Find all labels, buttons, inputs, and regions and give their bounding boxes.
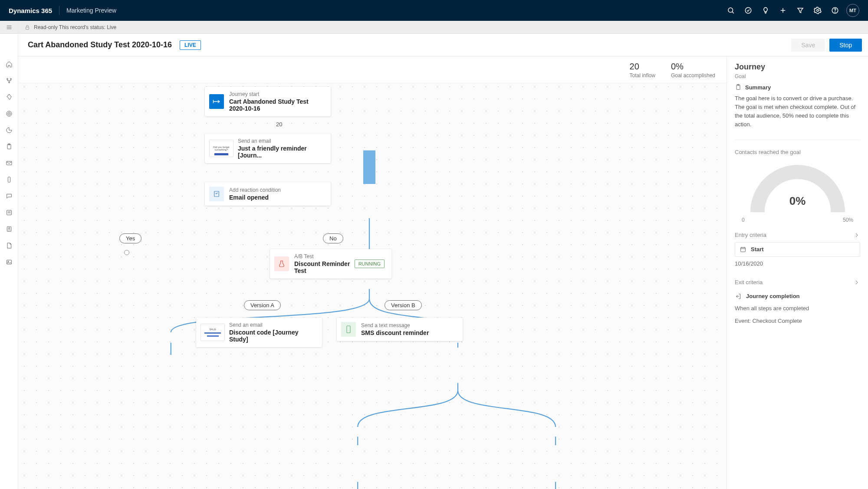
top-nav: Dynamics 365 Marketing Preview MT bbox=[0, 0, 868, 21]
help-icon[interactable] bbox=[826, 0, 844, 21]
settings-icon[interactable] bbox=[809, 0, 826, 21]
lightbulb-icon[interactable] bbox=[757, 0, 774, 21]
brand: Dynamics 365 bbox=[9, 7, 52, 14]
stop-button[interactable]: Stop bbox=[829, 39, 862, 52]
readonly-bar: Read-only This record's status: Live bbox=[0, 21, 868, 34]
page-header: Cart Abandoned Study Test 2020-10-16 LIV… bbox=[0, 34, 868, 56]
svg-point-0 bbox=[728, 8, 733, 13]
svg-point-2 bbox=[745, 7, 751, 13]
left-rail bbox=[0, 21, 18, 56]
task-check-icon[interactable] bbox=[740, 0, 757, 21]
svg-rect-29 bbox=[26, 27, 29, 29]
svg-line-1 bbox=[732, 12, 734, 13]
readonly-text: Read-only This record's status: Live bbox=[34, 24, 116, 30]
user-avatar[interactable]: MT bbox=[846, 4, 859, 17]
hamburger-menu[interactable] bbox=[0, 21, 18, 34]
lock-icon bbox=[24, 24, 30, 30]
add-icon[interactable] bbox=[774, 0, 792, 21]
nav-divider bbox=[59, 6, 59, 15]
status-badge: LIVE bbox=[180, 40, 201, 50]
svg-point-5 bbox=[817, 10, 819, 12]
save-button: Save bbox=[791, 39, 825, 52]
app-name: Marketing Preview bbox=[66, 7, 116, 14]
search-icon[interactable] bbox=[722, 0, 740, 21]
page-title: Cart Abandoned Study Test 2020-10-16 bbox=[28, 40, 172, 49]
svg-point-7 bbox=[835, 12, 835, 12]
filter-icon[interactable] bbox=[792, 0, 809, 21]
